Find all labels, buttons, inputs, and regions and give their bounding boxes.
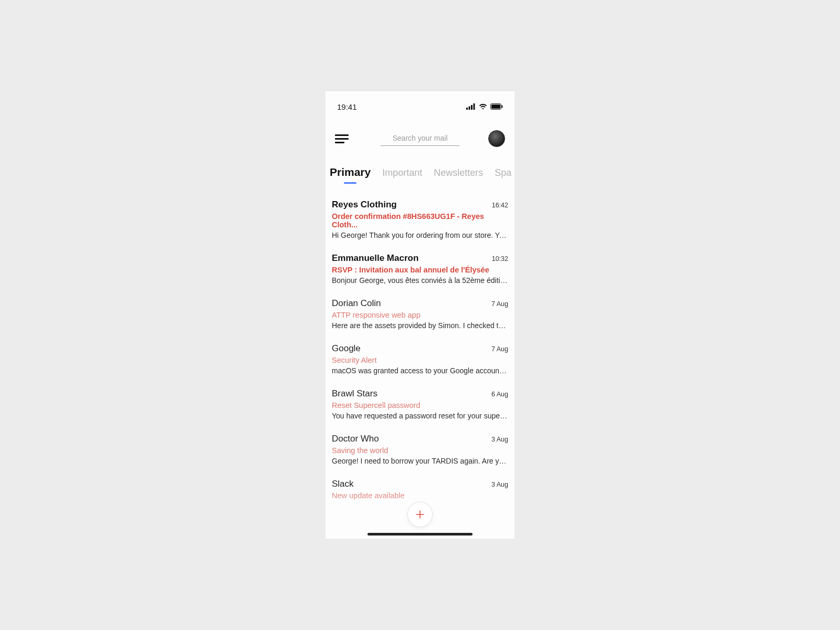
email-sender: Brawl Stars bbox=[332, 388, 377, 399]
compose-button[interactable] bbox=[407, 502, 433, 527]
menu-icon[interactable] bbox=[335, 132, 352, 145]
tab-spam[interactable]: Spa bbox=[495, 167, 511, 184]
email-time: 3 Aug bbox=[491, 481, 508, 488]
status-icons bbox=[466, 103, 503, 110]
battery-icon bbox=[490, 103, 503, 110]
email-item[interactable]: Reyes Clothing 16:42 Order confirmation … bbox=[331, 193, 509, 247]
status-time: 19:41 bbox=[337, 102, 357, 111]
phone-frame: 19:41 Primary Important Newsletters Spa bbox=[326, 91, 514, 539]
tab-important[interactable]: Important bbox=[382, 167, 422, 184]
email-preview: Bonjour George, vous êtes conviés à la 5… bbox=[332, 276, 508, 285]
email-sender: Google bbox=[332, 343, 361, 354]
tab-newsletters[interactable]: Newsletters bbox=[434, 167, 483, 184]
tab-primary[interactable]: Primary bbox=[330, 166, 371, 184]
email-subject: Reset Supercell password bbox=[332, 401, 508, 410]
svg-rect-0 bbox=[466, 108, 468, 110]
email-time: 16:42 bbox=[492, 202, 508, 209]
email-sender: Dorian Colin bbox=[332, 298, 381, 309]
email-subject: ATTP responsive web app bbox=[332, 311, 508, 319]
email-preview: Here are the assets provided by Simon. I… bbox=[332, 321, 508, 330]
avatar[interactable] bbox=[488, 130, 505, 147]
tabs: Primary Important Newsletters Spa bbox=[326, 147, 514, 184]
email-item[interactable]: Emmanuelle Macron 10:32 RSVP : Invitatio… bbox=[331, 247, 509, 292]
email-item[interactable]: Google 7 Aug Security Alert macOS was gr… bbox=[331, 337, 509, 382]
svg-rect-5 bbox=[491, 104, 500, 109]
email-sender: Emmanuelle Macron bbox=[332, 253, 418, 264]
email-time: 7 Aug bbox=[491, 300, 508, 308]
plus-icon bbox=[415, 509, 425, 520]
email-time: 7 Aug bbox=[491, 345, 508, 353]
email-time: 6 Aug bbox=[491, 391, 508, 398]
email-preview: George! I need to borrow your TARDIS aga… bbox=[332, 457, 508, 465]
cellular-signal-icon bbox=[466, 103, 476, 110]
email-list: Reyes Clothing 16:42 Order confirmation … bbox=[326, 184, 514, 509]
email-sender: Reyes Clothing bbox=[332, 200, 397, 210]
email-time: 3 Aug bbox=[491, 436, 508, 443]
email-subject: New update available bbox=[332, 491, 508, 500]
email-subject: Saving the world bbox=[332, 446, 508, 455]
header bbox=[326, 114, 514, 147]
status-bar: 19:41 bbox=[326, 91, 514, 114]
email-subject: RSVP : Invitation aux bal annuel de l'Él… bbox=[332, 266, 508, 274]
email-subject: Order confirmation #8HS663UG1F - Reyes C… bbox=[332, 212, 508, 229]
email-subject: Security Alert bbox=[332, 356, 508, 364]
svg-rect-6 bbox=[502, 106, 503, 108]
email-item[interactable]: Brawl Stars 6 Aug Reset Supercell passwo… bbox=[331, 382, 509, 427]
home-indicator[interactable] bbox=[368, 533, 472, 536]
email-preview: You have requested a password reset for … bbox=[332, 412, 508, 420]
email-sender: Doctor Who bbox=[332, 434, 379, 444]
svg-rect-2 bbox=[471, 105, 472, 110]
email-preview: Hi George! Thank you for ordering from o… bbox=[332, 231, 508, 239]
email-item[interactable]: Dorian Colin 7 Aug ATTP responsive web a… bbox=[331, 292, 509, 337]
wifi-icon bbox=[479, 103, 487, 110]
email-sender: Slack bbox=[332, 479, 354, 489]
svg-rect-3 bbox=[474, 103, 475, 110]
search-wrap bbox=[359, 132, 481, 146]
svg-rect-1 bbox=[469, 107, 470, 110]
email-item[interactable]: Doctor Who 3 Aug Saving the world George… bbox=[331, 427, 509, 472]
email-time: 10:32 bbox=[492, 255, 508, 262]
email-preview: macOS was granted access to your Google … bbox=[332, 366, 508, 375]
search-input[interactable] bbox=[381, 132, 459, 146]
